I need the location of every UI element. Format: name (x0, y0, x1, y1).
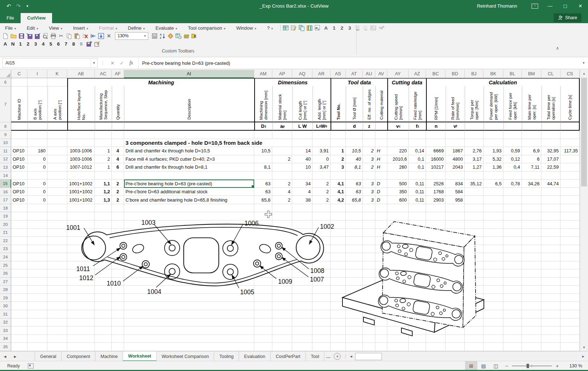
cell-AQ17[interactable]: 38 (292, 196, 312, 204)
quick-toolbar-3-button[interactable]: 3 (32, 41, 39, 47)
cell-BK14[interactable] (483, 172, 503, 180)
cell-K6[interactable] (47, 78, 67, 87)
column-header-AI[interactable]: AI (124, 70, 254, 78)
cell-AV12[interactable]: H (375, 155, 387, 164)
cell-AF18[interactable] (112, 204, 124, 212)
cell-CS14[interactable] (561, 172, 580, 180)
page-layout-view-icon[interactable]: ▤ (477, 361, 490, 370)
cell-AZ13[interactable]: 0,1 (409, 163, 426, 172)
menu-tool-comparison[interactable]: Tool comparison▼ (183, 25, 231, 31)
cell-AM15[interactable]: 63 (254, 180, 272, 188)
row-header-18[interactable]: 18 (0, 204, 11, 212)
sheet-tab-costperpart[interactable]: CostPerPart (270, 351, 306, 361)
row-header-31[interactable]: 31 (0, 310, 11, 319)
cell-AF9[interactable] (112, 131, 124, 139)
cell-AT11[interactable]: 10,5 (346, 147, 363, 155)
cell-CS26[interactable] (561, 269, 580, 278)
cell-AM11[interactable]: 10,5 (254, 147, 272, 155)
cell-BC9[interactable] (426, 131, 446, 139)
cell-AC33[interactable] (95, 326, 112, 335)
cell-AR10[interactable] (312, 139, 331, 147)
row-header-30[interactable]: 30 (0, 302, 11, 310)
cell-BM23[interactable] (522, 245, 541, 253)
cell-BL33[interactable] (503, 326, 522, 335)
quick-toolbar-7-button[interactable]: 7 (62, 41, 70, 47)
column-header-AM[interactable]: AM (254, 70, 272, 78)
cell-CS23[interactable] (561, 245, 580, 253)
ribbon-display-options-icon[interactable]: ↑ (527, 0, 542, 12)
cell-AI34[interactable] (124, 335, 254, 343)
sheet-tab-worksheet-comparison[interactable]: Worksheet Comparison (157, 351, 214, 361)
sheet-tab-tool[interactable]: Tool (306, 351, 325, 361)
cell-I17[interactable]: 0 (27, 196, 47, 204)
quick-toolbar-9-button[interactable]: 9 (77, 41, 85, 47)
save-import-icon[interactable] (25, 32, 33, 39)
cell-C15[interactable]: OP10 (11, 180, 27, 188)
cell-AF15[interactable]: 2 (112, 180, 124, 188)
cell-C13[interactable]: OP10 (11, 163, 27, 172)
cell-AZ9[interactable] (409, 131, 426, 139)
cell-AZ12[interactable]: 0,1 (409, 155, 426, 164)
cell-I16[interactable]: 0 (27, 188, 47, 196)
cell-AI32[interactable] (124, 319, 254, 327)
cell-AB11[interactable]: 1003-1006 (67, 147, 95, 155)
cell-AS9[interactable] (331, 131, 346, 139)
cell-BM18[interactable] (522, 204, 541, 212)
cell-AY11[interactable]: 220 (387, 147, 409, 155)
cell-C33[interactable] (11, 326, 27, 335)
cell-AP35[interactable] (272, 343, 292, 351)
cell-C10[interactable] (11, 139, 27, 147)
cell-AT16[interactable]: 63 (346, 188, 363, 196)
cell-BL35[interactable] (503, 343, 522, 351)
scroll-left-icon[interactable]: ◄ (348, 353, 354, 360)
row-header-15[interactable]: 15 (0, 180, 11, 188)
cell-BD16[interactable]: 584 (446, 188, 465, 196)
cell-AZ17[interactable]: 0,11 (409, 196, 426, 204)
cell-AP13[interactable] (272, 163, 292, 172)
row-header-9[interactable]: 9 (0, 131, 11, 139)
column-header-AQ[interactable]: AQ (292, 70, 312, 78)
sheet-tab-evaluation[interactable]: Evaluation (239, 351, 270, 361)
cell-AT12[interactable]: 40 (346, 155, 363, 164)
cell-AY13[interactable]: 260 (387, 163, 409, 172)
print-icon[interactable] (49, 32, 57, 39)
cell-BJ9[interactable] (465, 131, 483, 139)
cell-CS10[interactable] (561, 139, 580, 147)
cell-AS13[interactable]: 3 (331, 163, 346, 172)
validation-warning-icon[interactable]: ! (166, 32, 174, 39)
row-header-11[interactable]: 11 (0, 147, 11, 155)
cell-CL23[interactable] (541, 245, 561, 253)
cell-AU17[interactable]: 3 (363, 196, 375, 204)
name-box-dropdown-icon[interactable]: ▼ (90, 59, 97, 67)
column-header-AS[interactable]: AS (331, 70, 346, 78)
zoom-slider-thumb[interactable] (527, 364, 529, 368)
cell-AZ14[interactable] (409, 172, 426, 180)
cell-AR14[interactable] (312, 172, 331, 180)
cell-C34[interactable] (11, 335, 27, 343)
view-level-2-button[interactable]: 2 (338, 25, 346, 31)
cell-K9[interactable] (47, 131, 67, 139)
cell-CL18[interactable] (541, 204, 561, 212)
column-header-AV[interactable]: AV (375, 70, 387, 78)
menu-format[interactable]: Format▼ (94, 25, 123, 31)
cell-K34[interactable] (47, 335, 67, 343)
cell-CS28[interactable] (561, 286, 580, 294)
cell-CL14[interactable] (541, 172, 561, 180)
cell-AM12[interactable] (254, 155, 272, 164)
cell-I34[interactable] (27, 335, 47, 343)
column-header-AR[interactable]: AR (312, 70, 331, 78)
cell-BL16[interactable] (503, 188, 522, 196)
row-header-32[interactable]: 32 (0, 319, 11, 327)
row-header-8[interactable]: 8 (0, 122, 11, 131)
new-icon[interactable] (1, 32, 9, 39)
column-header-AT[interactable]: AT (346, 70, 363, 78)
cell-AR12[interactable]: 0 (312, 155, 331, 164)
cell-AY9[interactable] (387, 131, 409, 139)
cell-AM14[interactable] (254, 172, 272, 180)
row-header-25[interactable]: 25 (0, 261, 11, 270)
cell-AF17[interactable]: 2 (112, 196, 124, 204)
scroll-down-icon[interactable]: ▼ (580, 344, 588, 351)
paste-icon[interactable] (73, 32, 81, 39)
cell-BL30[interactable] (503, 302, 522, 310)
cell-AI18[interactable] (124, 204, 254, 212)
